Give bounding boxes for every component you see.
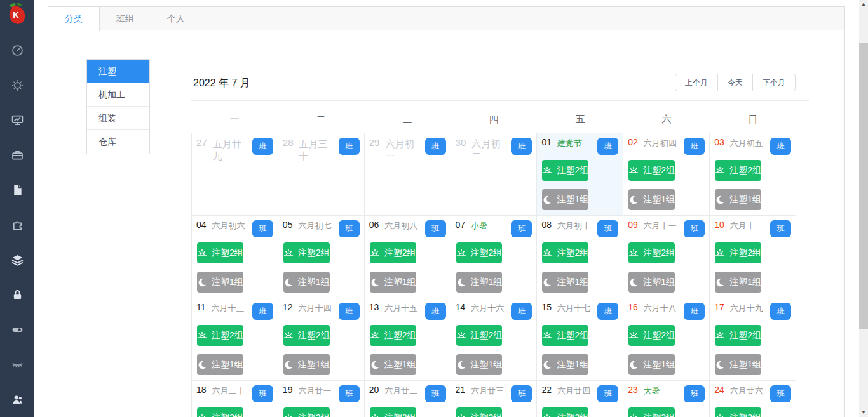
night-shift-button[interactable]: 注塑1组 (283, 354, 330, 375)
tab-team[interactable]: 班组 (100, 7, 151, 31)
night-shift-button[interactable]: 注塑1组 (370, 354, 416, 375)
night-shift-button[interactable]: 注塑1组 (542, 272, 588, 293)
calendar-cell[interactable]: 19六月廿一班注塑2组注塑1组 (278, 381, 365, 417)
shift-badge[interactable]: 班 (770, 303, 791, 320)
tab-category[interactable]: 分类 (48, 7, 100, 31)
day-shift-button[interactable]: 注塑2组 (542, 407, 588, 417)
day-shift-button[interactable]: 注塑2组 (542, 325, 588, 346)
next-month-button[interactable]: 下个月 (752, 74, 796, 91)
night-shift-button[interactable]: 注塑1组 (197, 354, 243, 375)
day-shift-button[interactable]: 注塑2组 (542, 160, 588, 181)
today-button[interactable]: 今天 (717, 74, 753, 91)
night-shift-button[interactable]: 注塑1组 (628, 189, 675, 210)
shift-badge[interactable]: 班 (684, 138, 705, 155)
scroll-up-arrow[interactable]: ▲ (859, 0, 868, 9)
calendar-cell[interactable]: 06六月初八班注塑2组注塑1组 (365, 216, 451, 298)
day-shift-button[interactable]: 注塑2组 (283, 407, 330, 417)
shift-badge[interactable]: 班 (684, 385, 705, 402)
shift-badge[interactable]: 班 (425, 138, 446, 155)
dashboard-icon[interactable] (0, 33, 34, 68)
night-shift-button[interactable]: 注塑1组 (542, 189, 588, 210)
day-shift-button[interactable]: 注塑2组 (197, 407, 243, 417)
calendar-cell[interactable]: 04六月初六班注塑2组注塑1组 (192, 216, 278, 298)
calendar-cell[interactable]: 03六月初五班注塑2组注塑1组 (710, 133, 796, 216)
shift-badge[interactable]: 班 (597, 220, 618, 237)
day-shift-button[interactable]: 注塑2组 (283, 242, 330, 263)
day-shift-button[interactable]: 注塑2组 (715, 325, 761, 346)
monitor-chart-icon[interactable] (0, 103, 34, 138)
calendar-cell[interactable]: 18六月二十班注塑2组注塑1组 (192, 381, 278, 417)
day-shift-button[interactable]: 注塑2组 (715, 242, 761, 263)
calendar-cell[interactable]: 14六月十六班注塑2组注塑1组 (451, 298, 538, 381)
shift-badge[interactable]: 班 (339, 385, 360, 402)
shift-badge[interactable]: 班 (511, 303, 532, 320)
toggle-icon[interactable] (0, 312, 34, 347)
app-logo[interactable]: K (0, 0, 34, 28)
day-shift-button[interactable]: 注塑2组 (628, 407, 675, 417)
night-shift-button[interactable]: 注塑1组 (715, 272, 761, 293)
calendar-cell[interactable]: 29六月初一班 (365, 133, 451, 216)
night-shift-button[interactable]: 注塑1组 (628, 354, 675, 375)
day-shift-button[interactable]: 注塑2组 (456, 407, 503, 417)
day-shift-button[interactable]: 注塑2组 (715, 407, 761, 417)
calendar-cell[interactable]: 09六月十一班注塑2组注塑1组 (623, 216, 710, 298)
shift-badge[interactable]: 班 (252, 303, 273, 320)
calendar-cell[interactable]: 21六月廿三班注塑2组注塑1组 (451, 381, 538, 417)
night-shift-button[interactable]: 注塑1组 (715, 189, 761, 210)
scroll-down-arrow[interactable]: ▼ (859, 408, 868, 417)
day-shift-button[interactable]: 注塑2组 (456, 242, 503, 263)
shift-badge[interactable]: 班 (339, 138, 360, 155)
shift-badge[interactable]: 班 (252, 385, 273, 402)
day-shift-button[interactable]: 注塑2组 (542, 242, 588, 263)
calendar-cell[interactable]: 28五月三十班 (278, 133, 365, 216)
scrollbar[interactable]: ▲ ▼ (859, 0, 868, 417)
shift-badge[interactable]: 班 (684, 220, 705, 237)
calendar-cell[interactable]: 10六月十二班注塑2组注塑1组 (710, 216, 796, 298)
calendar-cell[interactable]: 20六月廿二班注塑2组注塑1组 (365, 381, 451, 417)
calendar-cell[interactable]: 13六月十五班注塑2组注塑1组 (365, 298, 451, 381)
calendar-cell[interactable]: 08六月初十班注塑2组注塑1组 (537, 216, 623, 298)
shift-badge[interactable]: 班 (252, 220, 273, 237)
calendar-cell[interactable]: 24六月廿六班注塑2组注塑1组 (710, 381, 796, 417)
category-item-machining[interactable]: 机加工 (87, 83, 149, 107)
day-shift-button[interactable]: 注塑2组 (197, 325, 243, 346)
shift-badge[interactable]: 班 (511, 220, 532, 237)
shift-badge[interactable]: 班 (425, 385, 446, 402)
shift-badge[interactable]: 班 (597, 385, 618, 402)
night-shift-button[interactable]: 注塑1组 (370, 272, 416, 293)
shift-badge[interactable]: 班 (339, 303, 360, 320)
shift-badge[interactable]: 班 (511, 385, 532, 402)
calendar-cell[interactable]: 07小暑班注塑2组注塑1组 (451, 216, 538, 298)
eye-closed-icon[interactable] (0, 347, 34, 382)
night-shift-button[interactable]: 注塑1组 (542, 354, 588, 375)
shift-badge[interactable]: 班 (511, 138, 532, 155)
day-shift-button[interactable]: 注塑2组 (370, 325, 416, 346)
document-icon[interactable] (0, 173, 34, 208)
calendar-cell[interactable]: 15六月十七班注塑2组注塑1组 (537, 298, 623, 381)
shift-badge[interactable]: 班 (252, 138, 273, 155)
calendar-cell[interactable]: 01建党节班注塑2组注塑1组 (537, 133, 623, 216)
day-shift-button[interactable]: 注塑2组 (628, 325, 675, 346)
category-item-warehouse[interactable]: 仓库 (87, 130, 149, 154)
lock-icon[interactable] (0, 277, 34, 312)
shift-badge[interactable]: 班 (597, 138, 618, 155)
calendar-cell[interactable]: 11六月十三班注塑2组注塑1组 (192, 298, 278, 381)
day-shift-button[interactable]: 注塑2组 (715, 160, 761, 181)
briefcase-icon[interactable] (0, 138, 34, 173)
users-icon[interactable] (0, 382, 34, 417)
calendar-cell[interactable]: 02六月初四班注塑2组注塑1组 (623, 133, 710, 216)
shift-badge[interactable]: 班 (425, 220, 446, 237)
night-shift-button[interactable]: 注塑1组 (628, 272, 675, 293)
calendar-cell[interactable]: 27五月廿九班 (192, 133, 278, 216)
day-shift-button[interactable]: 注塑2组 (370, 407, 416, 417)
shift-badge[interactable]: 班 (770, 138, 791, 155)
day-shift-button[interactable]: 注塑2组 (628, 160, 675, 181)
gear-icon[interactable] (0, 68, 34, 103)
category-item-assembly[interactable]: 组装 (87, 107, 149, 130)
night-shift-button[interactable]: 注塑1组 (456, 354, 503, 375)
calendar-cell[interactable]: 17六月十九班注塑2组注塑1组 (710, 298, 796, 381)
night-shift-button[interactable]: 注塑1组 (715, 354, 761, 375)
night-shift-button[interactable]: 注塑1组 (283, 272, 330, 293)
calendar-cell[interactable]: 22六月廿四班注塑2组注塑1组 (537, 381, 623, 417)
calendar-cell[interactable]: 23大暑班注塑2组注塑1组 (623, 381, 710, 417)
